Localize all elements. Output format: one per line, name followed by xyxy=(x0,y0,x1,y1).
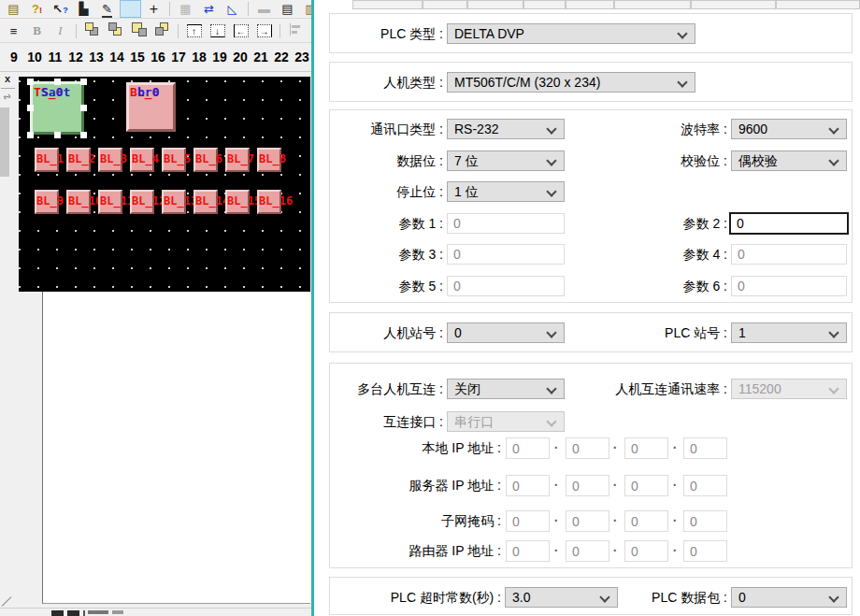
bl-button[interactable]: BL_5 xyxy=(162,148,186,172)
ip-octet-input[interactable] xyxy=(683,540,727,562)
bl-button[interactable]: BL_3 xyxy=(98,148,122,172)
ip-octet-input[interactable] xyxy=(624,510,668,532)
bl-button[interactable]: BL_4 xyxy=(130,148,154,172)
italic-button[interactable]: I xyxy=(50,22,71,40)
bl-button[interactable]: BL_6 xyxy=(194,148,218,172)
output-window-button[interactable]: ▤ xyxy=(3,0,24,18)
dialog-tab[interactable] xyxy=(776,0,860,9)
ip-octet-input[interactable] xyxy=(624,437,668,459)
measurement-button[interactable]: ◺ xyxy=(222,0,243,18)
multilink-speed-select[interactable]: 115200 xyxy=(731,379,847,399)
link-interface-select[interactable]: 串行口 xyxy=(447,411,565,432)
resize-up-button[interactable]: ↑ xyxy=(183,22,205,40)
bold-button[interactable]: B xyxy=(26,22,48,40)
selection-handle[interactable] xyxy=(27,105,34,111)
resize-left-button[interactable]: ← xyxy=(230,22,251,40)
param2-input[interactable] xyxy=(729,212,849,235)
param3-input[interactable] xyxy=(447,244,565,265)
bl-button[interactable]: BL_9 xyxy=(35,190,59,214)
window-stack-button[interactable]: ▤ xyxy=(277,0,298,18)
font-size-button[interactable]: 19 xyxy=(209,50,230,64)
bl-button[interactable]: BL_1 xyxy=(35,148,59,172)
dialog-tab[interactable] xyxy=(467,0,523,9)
hmi-type-select[interactable]: MT506T/C/M (320 x 234) xyxy=(447,72,695,93)
port-type-select[interactable]: RS-232 xyxy=(447,119,565,139)
font-size-button[interactable]: 13 xyxy=(86,50,107,64)
bl-button[interactable]: BL_15 xyxy=(225,190,250,214)
font-size-button[interactable]: 20 xyxy=(230,50,251,64)
dialog-tab[interactable] xyxy=(566,0,614,9)
plc-packet-select[interactable]: 0 xyxy=(731,587,847,608)
dialog-tab[interactable] xyxy=(523,0,566,9)
bl-button[interactable]: BL_12 xyxy=(130,190,154,214)
ip-octet-input[interactable] xyxy=(566,510,609,532)
bl-button[interactable]: BL_13 xyxy=(162,190,186,214)
font-size-button[interactable]: 22 xyxy=(271,50,292,64)
param6-input[interactable] xyxy=(731,276,847,296)
font-size-button[interactable]: 21 xyxy=(251,50,271,64)
ip-octet-input[interactable] xyxy=(566,540,609,562)
font-size-button[interactable]: 14 xyxy=(107,50,127,64)
param1-input[interactable] xyxy=(447,213,565,234)
param5-input[interactable] xyxy=(447,276,565,296)
ip-octet-input[interactable] xyxy=(506,437,550,459)
ip-octet-input[interactable] xyxy=(683,437,727,459)
selection-handle[interactable] xyxy=(54,132,61,138)
font-size-button[interactable]: 18 xyxy=(189,50,209,64)
selection-handle[interactable] xyxy=(27,79,34,85)
font-size-button[interactable]: 9 xyxy=(4,50,24,64)
ip-octet-input[interactable] xyxy=(624,540,668,562)
bring-forward-button[interactable] xyxy=(128,22,150,40)
align-left-button[interactable] xyxy=(285,22,307,40)
image-library-button[interactable]: ▙ xyxy=(73,0,94,18)
dialog-tab[interactable] xyxy=(614,0,691,9)
window-tab-fragment[interactable] xyxy=(51,610,64,616)
ip-octet-input[interactable] xyxy=(566,437,609,459)
crosshair-button[interactable]: + xyxy=(143,0,165,18)
plc-station-select[interactable]: 1 xyxy=(731,322,847,343)
multilink-mode-select[interactable]: 关闭 xyxy=(447,379,565,399)
bl-button[interactable]: BL_8 xyxy=(257,148,281,172)
send-to-back-button[interactable] xyxy=(105,22,126,40)
bit-lamp-object[interactable]: BL_0 br0 xyxy=(126,82,176,132)
design-canvas[interactable]: TS_0 Sa0t BL_0 br0 BL_1BL_2BL_3BL_4BL_5B… xyxy=(19,77,310,292)
bl-button[interactable]: BL_16 xyxy=(257,190,281,214)
selection-handle[interactable] xyxy=(80,79,87,85)
font-size-button[interactable]: 15 xyxy=(127,50,148,64)
ip-octet-input[interactable] xyxy=(683,510,727,532)
bring-to-front-button[interactable] xyxy=(81,22,103,40)
project-notebook-button[interactable]: ▥ xyxy=(300,0,311,18)
hmi-station-select[interactable]: 0 xyxy=(447,322,565,343)
window-preview-button[interactable]: ▬ xyxy=(253,0,275,18)
ip-octet-input[interactable] xyxy=(624,475,668,496)
bl-button[interactable]: BL_14 xyxy=(194,190,218,214)
dock-thumb[interactable] xyxy=(0,107,9,177)
send-backward-button[interactable] xyxy=(151,22,173,40)
bl-button[interactable]: BL_10 xyxy=(66,190,91,214)
selection-handle[interactable] xyxy=(27,132,34,138)
bl-button[interactable]: BL_11 xyxy=(98,190,122,214)
selection-handle[interactable] xyxy=(54,79,61,85)
draw-tool-button[interactable]: ✎ xyxy=(96,0,118,18)
transfer-button[interactable]: ▦ xyxy=(175,0,196,18)
window-tab-fragment[interactable] xyxy=(67,610,79,616)
font-size-button[interactable]: 17 xyxy=(168,50,189,64)
selection-handle[interactable] xyxy=(80,132,87,138)
bl-button[interactable]: BL_7 xyxy=(225,148,250,172)
stop-bits-select[interactable]: 1 位 xyxy=(447,181,565,202)
plc-type-select[interactable]: DELTA DVP xyxy=(447,23,695,44)
baud-select[interactable]: 9600 xyxy=(731,119,847,139)
bl-button[interactable]: BL_2 xyxy=(66,148,91,172)
help-button[interactable]: ?! xyxy=(26,0,48,18)
selection-handle[interactable] xyxy=(80,105,87,111)
resize-right-button[interactable]: → xyxy=(253,22,275,40)
ip-octet-input[interactable] xyxy=(506,475,550,496)
ip-octet-input[interactable] xyxy=(506,510,550,532)
resize-down-button[interactable]: ↓ xyxy=(207,22,228,40)
parity-select[interactable]: 偶校验 xyxy=(731,150,847,171)
font-size-button[interactable]: 23 xyxy=(292,50,311,64)
font-size-button[interactable]: 12 xyxy=(65,50,86,64)
context-help-button[interactable]: ↖? xyxy=(50,0,71,18)
font-size-button[interactable]: 11 xyxy=(45,50,65,64)
ip-octet-input[interactable] xyxy=(566,475,609,496)
